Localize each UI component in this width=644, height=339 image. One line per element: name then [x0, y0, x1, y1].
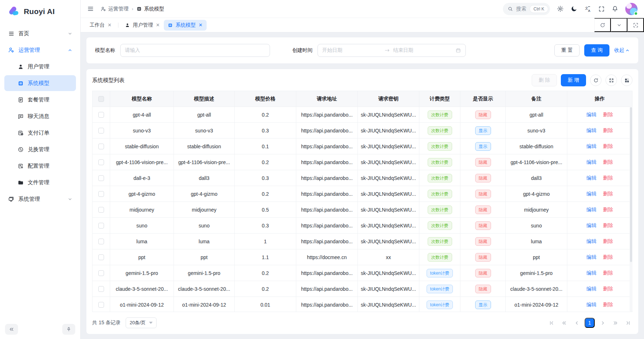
delete-link[interactable]: 删除 [603, 143, 613, 149]
row-checkbox[interactable] [98, 254, 104, 260]
edit-link[interactable]: 编辑 [586, 238, 596, 244]
row-checkbox[interactable] [98, 270, 104, 276]
fullscreen-icon[interactable] [598, 6, 605, 12]
sidebar-item-redeem[interactable]: 兑换管理 [4, 141, 76, 157]
cell-request-url: https://api.pandarobo... [296, 234, 358, 249]
refresh-icon[interactable] [590, 74, 602, 86]
delete-link[interactable]: 删除 [603, 159, 613, 165]
billing-type-badge: 次数计费 [428, 126, 452, 135]
tab-user-management[interactable]: 用户管理 ✕ [121, 20, 164, 31]
delete-link[interactable]: 删除 [603, 207, 613, 212]
brand[interactable]: Ruoyi AI [0, 0, 80, 22]
table-scrollbar[interactable] [630, 107, 632, 312]
cell-request-key: sk-JIUQLNndqSeKWU... [358, 202, 419, 218]
sidebar-item-home[interactable]: 首页 [4, 26, 76, 41]
jump-back-button[interactable] [559, 318, 569, 327]
edit-link[interactable]: 编辑 [586, 286, 596, 291]
delete-link[interactable]: 删除 [603, 112, 613, 117]
chevron-down-icon[interactable] [611, 18, 627, 32]
sidebar-item-chat-messages[interactable]: 聊天消息 [4, 108, 76, 124]
edit-link[interactable]: 编辑 [586, 254, 596, 260]
sidebar-item-payment-orders[interactable]: 支付订单 [4, 125, 76, 141]
cell-remark: claude-3-5-sonnet-20... [506, 281, 567, 297]
row-checkbox[interactable] [98, 286, 104, 292]
sidebar-item-system-management[interactable]: 系统管理 [4, 191, 76, 207]
sidebar-item-packages[interactable]: 套餐管理 [4, 92, 76, 108]
delete-link[interactable]: 删除 [603, 191, 613, 196]
breadcrumb-system-models[interactable]: 系统模型 [136, 6, 164, 12]
user-avatar[interactable] [625, 3, 638, 15]
row-checkbox[interactable] [98, 207, 104, 213]
pin-sidebar-button[interactable] [62, 324, 75, 335]
current-page-button[interactable]: 1 [585, 318, 595, 328]
collapse-filter-link[interactable]: 收起 [614, 47, 630, 54]
row-checkbox[interactable] [98, 191, 104, 197]
refresh-icon[interactable] [594, 18, 611, 32]
content-fullscreen-icon[interactable] [627, 18, 644, 32]
edit-link[interactable]: 编辑 [586, 191, 596, 196]
select-all-checkbox[interactable] [98, 96, 104, 102]
row-checkbox[interactable] [98, 302, 104, 308]
sidebar-item-config[interactable]: 配置管理 [4, 158, 76, 174]
date-range-input[interactable]: 开始日期 结束日期 [318, 44, 466, 57]
delete-link[interactable]: 删除 [603, 286, 613, 291]
language-translate-icon[interactable]: 文A [584, 5, 591, 13]
delete-link[interactable]: 删除 [603, 302, 613, 307]
global-search-input[interactable]: 搜索 Ctrl K [503, 3, 550, 15]
next-page-button[interactable] [598, 318, 607, 327]
add-button[interactable]: 新 增 [561, 74, 586, 86]
edit-link[interactable]: 编辑 [586, 143, 596, 149]
jump-forward-button[interactable] [611, 318, 620, 327]
cell-model-desc: stable-diffusion [174, 139, 235, 154]
row-checkbox[interactable] [98, 128, 104, 134]
row-checkbox[interactable] [98, 239, 104, 244]
row-checkbox[interactable] [98, 175, 104, 181]
row-checkbox[interactable] [98, 112, 104, 118]
row-checkbox[interactable] [98, 159, 104, 165]
close-icon[interactable]: ✕ [108, 23, 112, 27]
collapse-sidebar-button[interactable] [5, 324, 18, 335]
sidebar-item-user-management[interactable]: 用户管理 [4, 59, 76, 74]
search-button[interactable]: 查 询 [584, 44, 609, 56]
edit-link[interactable]: 编辑 [586, 270, 596, 276]
delete-link[interactable]: 删除 [603, 127, 613, 133]
delete-link[interactable]: 删除 [603, 238, 613, 244]
page-size-select[interactable]: 20条/页 [126, 317, 157, 328]
sidebar-item-system-models[interactable]: 系统模型 [4, 75, 76, 91]
settings-gear-icon[interactable] [557, 5, 564, 12]
sidebar-item-operations[interactable]: 运营管理 [4, 42, 76, 58]
column-model-price: 模型价格 [235, 91, 296, 107]
close-icon[interactable]: ✕ [156, 23, 160, 27]
bulk-delete-button[interactable]: 删 除 [532, 74, 557, 86]
row-checkbox[interactable] [98, 144, 104, 149]
tab-system-models[interactable]: 系统模型 ✕ [164, 20, 207, 31]
sidebar-item-files[interactable]: 文件管理 [4, 175, 76, 190]
breadcrumb-operations[interactable]: 运营管理 [100, 6, 129, 12]
delete-link[interactable]: 删除 [603, 175, 613, 181]
notifications-bell-icon[interactable] [612, 5, 618, 12]
last-page-button[interactable] [623, 318, 632, 327]
edit-link[interactable]: 编辑 [586, 175, 596, 181]
table-fullscreen-icon[interactable] [605, 74, 617, 86]
close-icon[interactable]: ✕ [199, 23, 203, 27]
edit-link[interactable]: 编辑 [586, 159, 596, 165]
tab-workbench[interactable]: 工作台 ✕ [86, 20, 116, 31]
delete-link[interactable]: 删除 [603, 270, 613, 276]
model-name-input[interactable]: 请输入 [120, 44, 270, 57]
dark-mode-moon-icon[interactable] [571, 5, 577, 12]
reset-button[interactable]: 重 置 [554, 44, 580, 56]
edit-link[interactable]: 编辑 [586, 302, 596, 307]
edit-link[interactable]: 编辑 [586, 112, 596, 117]
column-settings-icon[interactable] [621, 74, 632, 86]
hamburger-menu-icon[interactable] [87, 5, 94, 12]
edit-link[interactable]: 编辑 [586, 207, 596, 212]
delete-link[interactable]: 删除 [603, 222, 613, 228]
delete-link[interactable]: 删除 [603, 254, 613, 260]
edit-link[interactable]: 编辑 [586, 127, 596, 133]
first-page-button[interactable] [547, 318, 556, 327]
chat-bubble-icon [17, 113, 24, 119]
prev-page-button[interactable] [572, 318, 581, 327]
row-checkbox[interactable] [98, 223, 104, 229]
scrollbar-thumb[interactable] [630, 107, 632, 262]
edit-link[interactable]: 编辑 [586, 222, 596, 228]
